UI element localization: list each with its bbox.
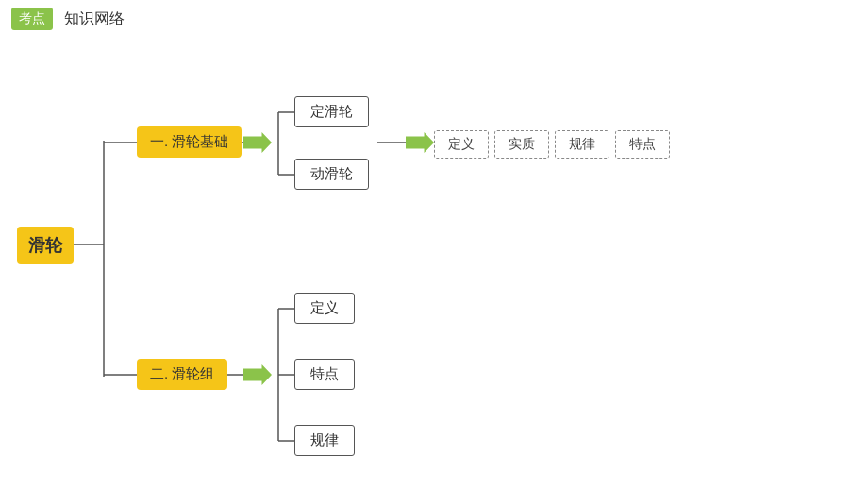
badge: 考点 (11, 8, 53, 30)
node-l1-2: 二. 滑轮组 (137, 359, 227, 390)
diagram-lines (0, 38, 868, 489)
node-l3-tedian: 特点 (615, 130, 670, 159)
arrow-l1-1 (243, 132, 272, 153)
node-l2-dingyi: 定义 (294, 293, 355, 324)
diagram: 滑轮 一. 滑轮基础 二. 滑轮组 定滑轮 动滑轮 定义 实质 规律 特点 定义… (0, 38, 868, 489)
node-l2-tedian: 特点 (294, 359, 355, 390)
root-node: 滑轮 (17, 227, 74, 264)
node-l3-guilv: 规律 (555, 130, 609, 159)
arrow-l2-top (406, 132, 434, 153)
node-l1-1: 一. 滑轮基础 (137, 126, 242, 158)
node-l2-dinghualun: 定滑轮 (294, 96, 369, 127)
node-l3-shizhi: 实质 (494, 130, 549, 159)
header: 考点 知识网络 (0, 0, 868, 38)
node-l2-donghualun: 动滑轮 (294, 159, 369, 190)
header-title: 知识网络 (64, 9, 125, 29)
node-l2-guilv: 规律 (294, 425, 355, 456)
node-l3-dingyi: 定义 (434, 130, 489, 159)
arrow-l1-2 (243, 364, 272, 385)
